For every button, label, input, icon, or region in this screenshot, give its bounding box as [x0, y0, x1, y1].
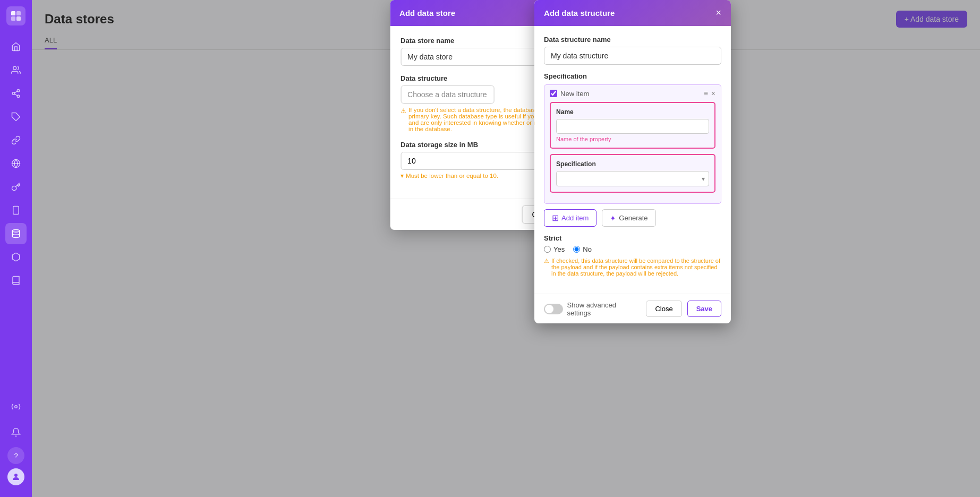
- strict-yes-label[interactable]: Yes: [544, 245, 565, 253]
- new-item-checkbox[interactable]: [550, 90, 557, 97]
- strict-yes-text: Yes: [553, 245, 565, 253]
- new-item-row: New item ≡ × Name Name of the property S…: [544, 84, 721, 204]
- sidebar-item-database[interactable]: [5, 223, 27, 244]
- modal-add-structure: Add data structure × Data structure name…: [534, 0, 731, 323]
- sidebar-item-help[interactable]: ?: [7, 447, 24, 464]
- name-field-section: Name Name of the property: [550, 102, 715, 149]
- spec-select-wrapper: Text Number Boolean ▾: [556, 171, 709, 186]
- strict-no-label[interactable]: No: [573, 245, 592, 253]
- add-item-icon: ⊞: [552, 213, 559, 223]
- svg-point-16: [15, 406, 18, 408]
- sidebar-item-link[interactable]: [5, 130, 27, 151]
- sidebar-item-settings[interactable]: [5, 396, 27, 417]
- strict-hint-icon: ⚠: [544, 258, 549, 277]
- generate-button[interactable]: ✦ Generate: [602, 209, 655, 227]
- app-logo: [6, 6, 25, 25]
- name-field-label: Name: [556, 108, 709, 116]
- modal-add-structure-body: Data structure name Specification New it…: [534, 26, 731, 294]
- add-item-button[interactable]: ⊞ Add item: [544, 209, 596, 227]
- sidebar-item-home[interactable]: [5, 36, 27, 57]
- sidebar-item-puzzle[interactable]: [5, 106, 27, 127]
- error-icon: ▾: [400, 172, 404, 179]
- sidebar-item-share[interactable]: [5, 83, 27, 104]
- generate-icon: ✦: [610, 214, 616, 222]
- advanced-toggle: Show advanced settings: [544, 301, 641, 317]
- sidebar-bottom: ?: [5, 396, 27, 491]
- sidebar-item-mobile[interactable]: [5, 200, 27, 221]
- svg-rect-2: [11, 16, 15, 21]
- svg-rect-0: [11, 11, 15, 15]
- svg-point-17: [14, 474, 18, 477]
- spec-type-select[interactable]: Text Number Boolean: [556, 171, 709, 186]
- strict-label: Strict: [544, 234, 721, 242]
- hint-icon: ⚠: [400, 107, 406, 132]
- action-row: ⊞ Add item ✦ Generate: [544, 209, 721, 227]
- new-item-delete-button[interactable]: ×: [711, 89, 715, 98]
- svg-rect-3: [16, 16, 21, 21]
- avatar[interactable]: [7, 468, 24, 485]
- new-item-actions: ≡ ×: [704, 89, 715, 98]
- strict-hint: ⚠ If checked, this data structure will b…: [544, 258, 721, 277]
- struct-save-button[interactable]: Save: [687, 301, 721, 317]
- data-structure-select[interactable]: Choose a data structure: [400, 85, 494, 104]
- new-item-header: New item ≡ ×: [550, 89, 715, 98]
- modal-add-structure-header: Add data structure ×: [534, 0, 731, 26]
- name-field-placeholder: Name of the property: [556, 136, 709, 142]
- new-item-menu-button[interactable]: ≡: [704, 89, 708, 98]
- toggle-knob: [545, 305, 553, 313]
- strict-no-text: No: [583, 245, 592, 253]
- error-message: Must be lower than or equal to 10.: [406, 173, 498, 179]
- strict-radio-group: Yes No: [544, 245, 721, 253]
- svg-rect-1: [16, 11, 21, 15]
- advanced-toggle-switch[interactable]: [544, 304, 563, 314]
- struct-modal-footer: Show advanced settings Close Save: [534, 294, 731, 323]
- struct-name-input[interactable]: [544, 47, 721, 65]
- modal-add-structure-close[interactable]: ×: [716, 7, 722, 19]
- generate-label: Generate: [619, 214, 647, 222]
- sidebar: ?: [0, 0, 32, 497]
- svg-line-8: [14, 94, 17, 96]
- spec-field-section: Specification Text Number Boolean ▾: [550, 154, 715, 193]
- strict-no-radio[interactable]: [573, 246, 580, 253]
- sidebar-item-bell[interactable]: [5, 422, 27, 443]
- spec-field-label: Specification: [556, 160, 709, 168]
- sidebar-item-globe[interactable]: [5, 153, 27, 174]
- svg-point-5: [17, 90, 20, 92]
- sidebar-item-key[interactable]: [5, 176, 27, 198]
- strict-section: Strict Yes No ⚠ If checked, this data st…: [544, 234, 721, 277]
- new-item-title: New item: [560, 90, 701, 98]
- svg-point-6: [12, 92, 15, 95]
- svg-line-9: [14, 91, 17, 93]
- strict-hint-text: If checked, this data structure will be …: [551, 258, 721, 277]
- spec-section-label: Specification: [544, 72, 721, 80]
- main-content: Data stores + Add data store ALL Add dat…: [32, 0, 980, 497]
- svg-point-7: [17, 95, 20, 98]
- advanced-toggle-label: Show advanced settings: [567, 301, 641, 317]
- svg-point-15: [12, 230, 20, 233]
- add-item-label: Add item: [561, 214, 589, 222]
- modal-add-store-title: Add data store: [399, 8, 455, 18]
- property-name-input[interactable]: [556, 119, 709, 134]
- sidebar-item-book[interactable]: [5, 270, 27, 291]
- svg-point-4: [13, 66, 16, 70]
- sidebar-item-users[interactable]: [5, 59, 27, 81]
- modal-add-structure-title: Add data structure: [544, 8, 615, 18]
- struct-close-button[interactable]: Close: [646, 301, 681, 317]
- struct-name-label: Data structure name: [544, 36, 721, 44]
- sidebar-item-box[interactable]: [5, 246, 27, 268]
- strict-yes-radio[interactable]: [544, 246, 551, 253]
